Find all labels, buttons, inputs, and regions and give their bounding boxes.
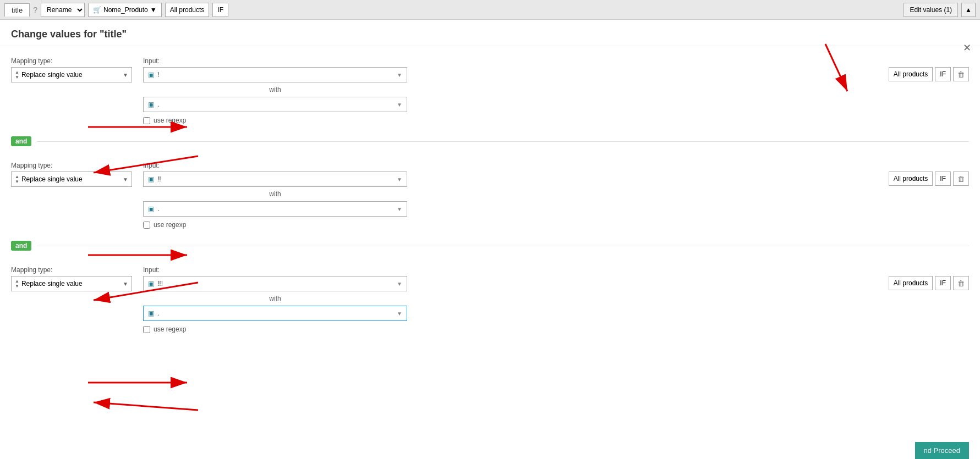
header-if-button[interactable]: IF [212,3,228,17]
field-selector[interactable]: 🛒 Nome_Produto ▼ [88,3,162,17]
tab-title[interactable]: title [4,3,30,16]
top-bar: title ? Rename 🛒 Nome_Produto ▼ All prod… [0,0,980,20]
collapse-button[interactable]: ▲ [961,3,976,17]
field-name: Nome_Produto [103,6,148,14]
cart-icon: 🛒 [93,6,101,14]
rename-select[interactable]: Rename [41,3,85,17]
help-icon[interactable]: ? [33,5,37,14]
chevron-icon: ▼ [150,6,157,14]
header-all-products-button[interactable]: All products [165,3,210,17]
edit-values-button[interactable]: Edit values (1) [904,3,958,17]
